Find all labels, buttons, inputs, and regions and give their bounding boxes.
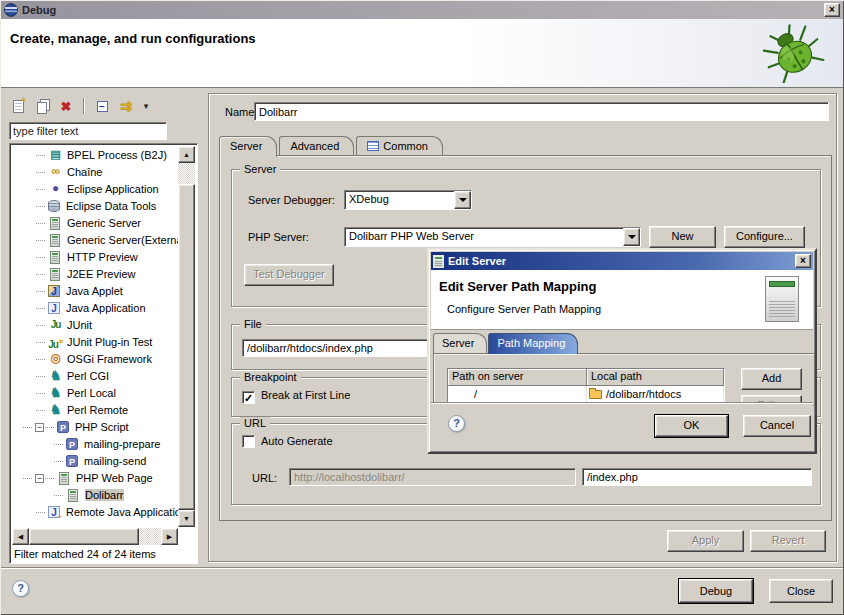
column-local-path[interactable]: Local path	[587, 369, 724, 386]
column-path-on-server[interactable]: Path on server	[448, 369, 587, 386]
scroll-right-button[interactable]: ▶	[161, 528, 178, 545]
edit-server-dialog: Edit Server × Edit Server Path Mapping C…	[427, 248, 817, 454]
window-button-bar: ? Debug Close	[1, 567, 843, 614]
tree-item-eclipse-application[interactable]: ●Eclipse Application	[12, 180, 178, 197]
url-base-input	[289, 468, 576, 486]
tree-item-java-applet[interactable]: JJava Applet	[12, 282, 178, 299]
tree-item-mailing-send[interactable]: Pmailing-send	[12, 452, 178, 469]
new-server-button[interactable]: New	[649, 226, 716, 248]
window-titlebar: Debug ×	[1, 1, 843, 19]
server-debugger-combo[interactable]: XDebug	[344, 190, 472, 210]
tree-expander-icon[interactable]: −	[35, 423, 44, 432]
add-mapping-button[interactable]: Add	[741, 368, 802, 390]
configuration-tree-panel: ▤BPEL Process (B2J)∞Chaîne●Eclipse Appli…	[9, 143, 198, 564]
horizontal-scroll-thumb[interactable]	[29, 528, 139, 545]
close-button[interactable]: Close	[769, 579, 833, 603]
tree-item-dolibarr[interactable]: Dolibarr	[12, 486, 178, 503]
configure-button[interactable]: Configure...	[724, 226, 805, 248]
breakpoint-group-title: Breakpoint	[240, 371, 301, 383]
table-row[interactable]: / /dolibarr/htdocs	[448, 386, 724, 403]
revert-button: Revert	[750, 530, 826, 552]
tree-connector	[36, 189, 45, 190]
file-group-title: File	[240, 318, 266, 330]
tree-item-php-web-page[interactable]: −PHP Web Page	[12, 469, 178, 486]
auto-generate-checkbox[interactable]	[242, 435, 255, 448]
combo-arrow-icon[interactable]	[454, 191, 471, 209]
help-icon[interactable]: ?	[12, 580, 29, 597]
tree-item-label: Perl Remote	[67, 404, 128, 416]
scroll-down-button[interactable]: ▼	[178, 510, 195, 527]
tab-server[interactable]: Server	[219, 136, 277, 157]
tree-item-junit-plug-in-test[interactable]: JuJUnit Plug-in Test	[12, 333, 178, 350]
tree-item-generic-server[interactable]: Generic Server	[12, 214, 178, 231]
page-title: Create, manage, and run configurations	[10, 31, 256, 46]
filter-menu-dropdown[interactable]: ▾	[141, 98, 151, 115]
combo-arrow-icon[interactable]	[623, 228, 640, 246]
collapse-all-button[interactable]: −	[93, 98, 111, 115]
tree-item-j2ee-preview[interactable]: J2EE Preview	[12, 265, 178, 282]
tree-item-eclipse-data-tools[interactable]: Eclipse Data Tools	[12, 197, 178, 214]
tree-item-http-preview[interactable]: HTTP Preview	[12, 248, 178, 265]
tree-item-label: JUnit Plug-in Test	[67, 336, 152, 348]
tree-connector	[54, 461, 63, 462]
tree-item-junit[interactable]: JuJUnit	[12, 316, 178, 333]
tree-item-bpel-process-b2j[interactable]: ▤BPEL Process (B2J)	[12, 146, 178, 163]
php-server-combo[interactable]: Dolibarr PHP Web Server	[344, 227, 641, 247]
new-configuration-button[interactable]	[9, 98, 27, 115]
tree-connector	[54, 495, 63, 496]
tree-item-label: Java Application	[66, 302, 146, 314]
cancel-button[interactable]: Cancel	[743, 415, 811, 437]
filter-icon: ⇉	[120, 98, 132, 114]
scroll-up-button[interactable]: ▲	[178, 146, 195, 163]
scroll-left-button[interactable]: ◀	[12, 528, 29, 545]
tree-expander-icon[interactable]: −	[35, 474, 44, 483]
edit-server-tabs: Server Path Mapping	[433, 333, 579, 353]
tab-advanced-label: Advanced	[290, 140, 339, 152]
tree-item-perl-local[interactable]: ♞Perl Local	[12, 384, 178, 401]
duplicate-configuration-button[interactable]	[33, 98, 51, 115]
dialog-tab-server[interactable]: Server	[433, 333, 487, 353]
name-input[interactable]	[254, 102, 829, 121]
tree-item-generic-server-external-la[interactable]: Generic Server(External La	[12, 231, 178, 248]
edit-server-close-button[interactable]: ×	[795, 254, 811, 268]
tree-item-cha-ne[interactable]: ∞Chaîne	[12, 163, 178, 180]
filter-input[interactable]	[9, 122, 167, 140]
tree-item-perl-remote[interactable]: ♞Perl Remote	[12, 401, 178, 418]
url-path-input[interactable]	[582, 468, 812, 486]
server-icon	[433, 255, 444, 268]
tree-item-remote-java-application[interactable]: JRemote Java Application	[12, 503, 178, 520]
tree-horizontal-scrollbar[interactable]: ◀ ▶	[12, 528, 178, 545]
tree-item-mailing-prepare[interactable]: Pmailing-prepare	[12, 435, 178, 452]
tree-item-label: Dolibarr	[85, 489, 124, 501]
tree-item-perl-cgi[interactable]: ♞Perl CGI	[12, 367, 178, 384]
tree-connector	[36, 393, 45, 394]
server-icon	[68, 489, 78, 502]
name-label: Name:	[225, 106, 257, 118]
tab-common[interactable]: Common	[356, 136, 443, 156]
tree-connector	[23, 427, 32, 428]
php-server-value: Dolibarr PHP Web Server	[349, 230, 620, 242]
tree-vertical-scrollbar[interactable]: ▲ ▼	[178, 146, 195, 527]
tab-advanced[interactable]: Advanced	[279, 136, 354, 156]
server-icon	[50, 217, 60, 230]
remote-java-icon: J	[48, 506, 60, 518]
dialog-help-icon[interactable]: ?	[448, 415, 465, 432]
tree-item-php-script[interactable]: −PPHP Script	[12, 418, 178, 435]
dialog-body: ✖ − ⇉ ▾ ▤BPEL Process (B2J)∞Chaîne●Eclip…	[1, 89, 843, 567]
ok-button[interactable]: OK	[655, 415, 728, 437]
table-icon	[367, 141, 379, 151]
debug-button[interactable]: Debug	[679, 579, 753, 603]
filter-configurations-button[interactable]: ⇉	[117, 98, 135, 115]
delete-configuration-button[interactable]: ✖	[57, 98, 75, 115]
edit-server-titlebar: Edit Server ×	[431, 252, 813, 270]
tree-item-label: Generic Server	[67, 217, 141, 229]
junit-icon: Ju	[48, 318, 63, 332]
edit-server-heading: Edit Server Path Mapping	[439, 279, 596, 294]
dialog-tab-path-mapping[interactable]: Path Mapping	[488, 333, 578, 354]
window-close-button[interactable]: ×	[824, 3, 840, 17]
vertical-scroll-thumb[interactable]	[178, 184, 195, 510]
tree-connector	[36, 376, 45, 377]
tree-item-java-application[interactable]: JJava Application	[12, 299, 178, 316]
break-first-line-checkbox[interactable]: ✓	[242, 391, 255, 404]
tree-item-osgi-framework[interactable]: ◎OSGi Framework	[12, 350, 178, 367]
